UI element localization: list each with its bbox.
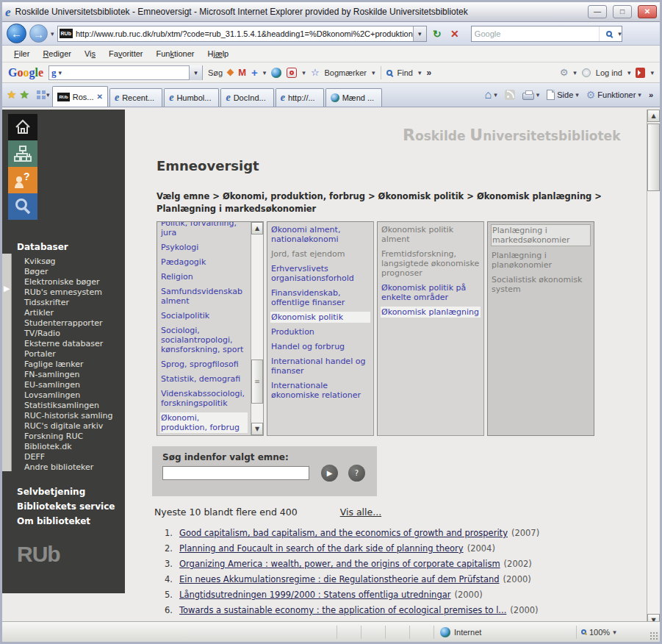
subject-option[interactable]: Sociologi, socialantropologi, kønsforskn… xyxy=(160,325,248,355)
bookmarks-dropdown-icon[interactable]: ▾ xyxy=(372,69,375,76)
subject-option[interactable]: Handel og forbrug xyxy=(270,341,370,352)
quick-tabs-icon[interactable] xyxy=(37,90,40,94)
browser-tab[interactable]: e http://... xyxy=(276,88,324,107)
subject-option[interactable]: Internationale økonomiske relationer xyxy=(270,380,370,401)
close-button[interactable]: ✕ xyxy=(638,5,657,18)
show-all-link[interactable]: Vis alle... xyxy=(340,507,381,518)
home-icon[interactable]: ⌂ xyxy=(485,88,492,101)
tools-dropdown-icon[interactable]: ▾ xyxy=(638,91,641,99)
find-dropdown-icon[interactable]: ▾ xyxy=(418,69,422,76)
sidebar-item[interactable]: Faglige lænker xyxy=(24,359,123,370)
url-text[interactable]: http://www.rub.ruc.dk/rub/xtm/?code=rub_… xyxy=(76,29,413,38)
page-menu-button[interactable]: Side xyxy=(557,90,573,99)
minimize-button[interactable]: — xyxy=(588,5,607,18)
sidebar-item[interactable]: Bibliotek.dk xyxy=(24,442,123,452)
subject-option[interactable]: Jord, fast ejendom xyxy=(270,248,370,260)
menu-item[interactable]: Favoritter xyxy=(103,48,148,60)
help-tile-icon[interactable]: ? xyxy=(8,167,37,193)
result-title-link[interactable]: Good capitalism, bad capitalism, and the… xyxy=(179,526,508,541)
subject-listbox-2[interactable]: Økonomi alment, nationaløkonomiJord, fas… xyxy=(267,221,374,436)
forward-button[interactable]: → xyxy=(29,24,48,43)
sidebar-item[interactable]: DEFF xyxy=(24,452,123,462)
toolbar-settings-dropdown-icon[interactable]: ▾ xyxy=(573,69,577,76)
search-input[interactable] xyxy=(472,29,599,38)
menu-item[interactable]: Filer xyxy=(8,48,35,60)
print-icon[interactable] xyxy=(522,93,534,100)
tab-list-dropdown-icon[interactable]: ▾ xyxy=(46,91,50,99)
listbox-scrollbar[interactable]: ▲ ≡ ▼ xyxy=(251,222,263,435)
page-scroll-thumb[interactable] xyxy=(647,124,660,191)
result-title-link[interactable]: Towards a sustainable economy : the appl… xyxy=(179,603,506,618)
add-favorite-icon[interactable]: ★ xyxy=(19,88,29,101)
sidebar-item[interactable]: Bøger xyxy=(24,267,123,277)
subject-option[interactable]: Fremtidsforskning, langsigtede økonomisk… xyxy=(381,248,481,279)
browser-tab[interactable]: e DocInd... xyxy=(220,88,273,107)
browser-tab[interactable]: RUb Ros... ✕ xyxy=(52,86,107,107)
subject-option[interactable]: Planlægning i markedsøkonomier xyxy=(491,224,591,246)
google-g-dropdown-icon[interactable]: ▾ xyxy=(59,69,62,76)
home-dropdown-icon[interactable]: ▾ xyxy=(494,91,497,99)
subject-option[interactable]: Statistik, demografi xyxy=(160,373,248,384)
subject-option[interactable]: Sprog, sprogfilosofi xyxy=(160,359,248,370)
bookmarks-button[interactable]: Bogmærker xyxy=(325,68,367,77)
address-dropdown-icon[interactable]: ▾ xyxy=(413,26,426,41)
subject-listbox-1[interactable]: Politik, forvaltning, juraPsykologiPædag… xyxy=(156,221,264,436)
command-overflow-icon[interactable]: » xyxy=(647,83,655,107)
login-dropdown-icon[interactable]: ▾ xyxy=(627,69,631,76)
tools-menu-button[interactable]: Funktioner xyxy=(597,90,636,99)
sidebar-flyout-strip[interactable]: ▶ xyxy=(2,254,12,471)
zoom-control[interactable]: 100% ▾ xyxy=(576,626,650,639)
sidebar-item[interactable]: FN-samlingen xyxy=(24,370,123,380)
subject-option[interactable]: International handel og finanser xyxy=(270,356,370,376)
stop-button[interactable]: ✕ xyxy=(447,28,462,40)
address-bar[interactable]: RUb http://www.rub.ruc.dk/rub/xtm/?code=… xyxy=(57,26,427,42)
subject-option[interactable]: Økonomisk politik alment xyxy=(381,224,481,245)
sidebar-item[interactable]: Artikler xyxy=(24,308,123,318)
page-menu-dropdown-icon[interactable]: ▾ xyxy=(575,91,579,99)
subject-option[interactable]: Finansvidenskab, offentlige finanser xyxy=(270,287,370,308)
tab-close-icon[interactable]: ✕ xyxy=(97,93,103,101)
subject-option[interactable]: Økonomisk politik xyxy=(270,312,370,323)
rss-icon[interactable] xyxy=(505,90,515,100)
google-search-button[interactable]: Søg xyxy=(208,68,223,77)
menu-item[interactable]: Vis xyxy=(79,48,101,60)
breadcrumb[interactable]: Vælg emne > Økonomi, produktion, forbrug… xyxy=(156,190,612,215)
add-gadget-icon[interactable]: + xyxy=(251,66,258,79)
browser-tab[interactable]: e Humbol... xyxy=(164,88,219,107)
subject-option[interactable]: Økonomisk politik på enkelte områder xyxy=(381,282,481,303)
sitemap-tile-icon[interactable] xyxy=(8,140,37,167)
subject-option[interactable]: Pædagogik xyxy=(160,257,248,268)
subject-search-help-button[interactable]: ? xyxy=(348,465,365,482)
home-tile-icon[interactable] xyxy=(8,114,37,140)
sidebar-item[interactable]: Andre biblioteker xyxy=(24,462,123,473)
sidebar-section-link[interactable]: Selvbetjening xyxy=(17,484,123,499)
sidebar-item[interactable]: Tidsskrifter xyxy=(24,298,123,308)
result-title-link[interactable]: Långtidsutredningen 1999/2000 : Statens … xyxy=(179,587,450,603)
subject-option[interactable]: Økonomisk planlægning xyxy=(381,307,481,318)
print-dropdown-icon[interactable]: ▾ xyxy=(536,91,540,99)
gmail-icon[interactable]: M xyxy=(238,67,246,78)
resize-grip[interactable] xyxy=(650,632,658,640)
zoom-dropdown-icon[interactable]: ▾ xyxy=(613,629,616,636)
subject-option[interactable]: Videnskabssociologi, forskningspolitik xyxy=(160,388,248,409)
subject-option[interactable]: Samfundsvidenskab alment xyxy=(160,286,248,307)
sidebar-item[interactable]: Eksterne databaser xyxy=(24,339,123,349)
menu-item[interactable]: Rediger xyxy=(37,48,77,60)
sidebar-section-link[interactable]: Bibliotekets service xyxy=(17,499,123,514)
history-dropdown-icon[interactable]: ▾ xyxy=(51,30,54,37)
subject-option[interactable]: Økonomi alment, nationaløkonomi xyxy=(270,224,370,245)
login-button[interactable]: Log ind xyxy=(596,68,622,77)
page-scrollbar[interactable]: ▲ ▼ xyxy=(647,110,660,626)
menu-item[interactable]: Hjælp xyxy=(202,48,235,60)
back-button[interactable]: ← xyxy=(7,24,26,43)
scroll-up-icon[interactable]: ▲ xyxy=(251,222,263,235)
subject-search-input[interactable] xyxy=(162,466,309,480)
sidebar-item[interactable]: Elektroniske bøger xyxy=(24,277,123,287)
sidebar-item[interactable]: Kviksøg xyxy=(24,257,123,267)
subject-option[interactable]: Socialistisk økonomisk system xyxy=(491,274,591,295)
pdf-dropdown-icon[interactable]: ▾ xyxy=(650,69,654,76)
google-earth-icon[interactable] xyxy=(271,68,281,78)
subject-search-go-button[interactable]: ▶ xyxy=(321,465,338,482)
sidebar-item[interactable]: Studenterrapporter xyxy=(24,318,123,329)
subject-option[interactable]: Planlægning i planøkonomier xyxy=(491,250,591,271)
